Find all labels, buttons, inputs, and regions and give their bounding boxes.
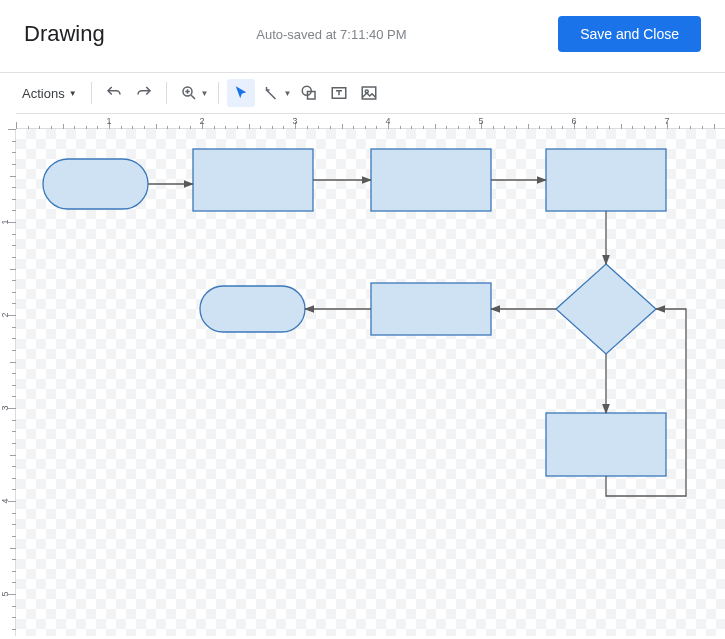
flowchart-process[interactable]: [546, 149, 666, 211]
line-tool-button[interactable]: [257, 79, 285, 107]
svg-rect-7: [363, 87, 377, 99]
toolbar-separator: [166, 82, 167, 104]
save-and-close-button[interactable]: Save and Close: [558, 16, 701, 52]
image-icon: [360, 84, 378, 102]
actions-label: Actions: [22, 86, 65, 101]
caret-down-icon: ▼: [201, 89, 209, 98]
dialog-title: Drawing: [24, 21, 105, 47]
toolbar-separator: [91, 82, 92, 104]
shape-icon: [300, 84, 318, 102]
select-tool-button[interactable]: [227, 79, 255, 107]
vertical-ruler: 12345: [0, 129, 16, 636]
caret-down-icon: ▼: [69, 89, 77, 98]
flowchart-terminator[interactable]: [43, 159, 148, 209]
main-area: 12345: [0, 129, 725, 636]
flowchart-svg: [16, 129, 725, 636]
caret-down-icon: ▼: [283, 89, 291, 98]
toolbar: Actions ▼ ▼ ▼: [0, 73, 725, 113]
textbox-tool-button[interactable]: [325, 79, 353, 107]
svg-line-1: [191, 95, 195, 99]
actions-menu[interactable]: Actions ▼: [16, 82, 83, 105]
horizontal-ruler: 1234567: [16, 113, 725, 129]
flowchart-process[interactable]: [546, 413, 666, 476]
autosave-status: Auto-saved at 7:11:40 PM: [256, 27, 406, 42]
flowchart-terminator[interactable]: [200, 286, 305, 332]
flowchart-process[interactable]: [371, 283, 491, 335]
flowchart-process[interactable]: [193, 149, 313, 211]
zoom-button[interactable]: [175, 79, 203, 107]
canvas[interactable]: [16, 129, 725, 636]
redo-icon: [135, 84, 153, 102]
zoom-icon: [180, 84, 198, 102]
undo-button[interactable]: [100, 79, 128, 107]
shape-tool-button[interactable]: [295, 79, 323, 107]
flowchart-process[interactable]: [371, 149, 491, 211]
textbox-icon: [330, 84, 348, 102]
undo-icon: [105, 84, 123, 102]
redo-button[interactable]: [130, 79, 158, 107]
cursor-icon: [232, 84, 250, 102]
toolbar-separator: [218, 82, 219, 104]
image-tool-button[interactable]: [355, 79, 383, 107]
dialog-header: Drawing Auto-saved at 7:11:40 PM Save an…: [0, 0, 725, 73]
flowchart-decision[interactable]: [556, 264, 656, 354]
line-icon: [262, 84, 280, 102]
